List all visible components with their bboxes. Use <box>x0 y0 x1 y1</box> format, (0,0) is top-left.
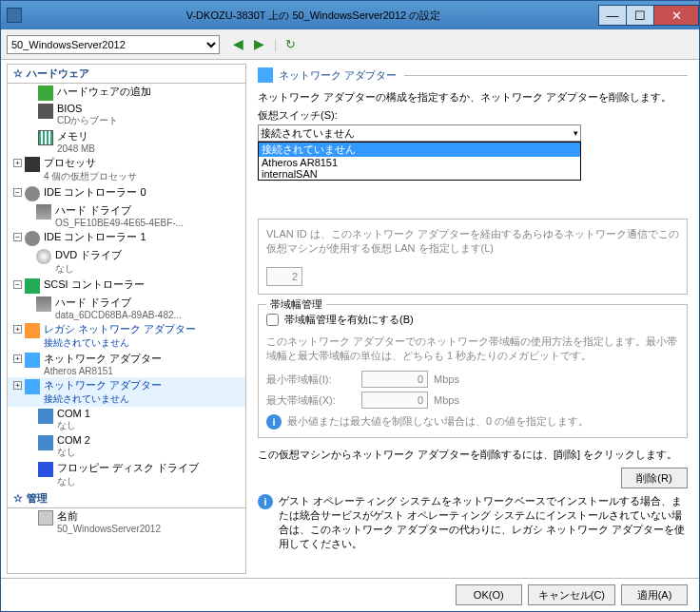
hardware-section-header[interactable]: ☆ ハードウェア <box>8 65 245 84</box>
expand-icon[interactable]: + <box>13 381 22 390</box>
min-bw-input <box>361 371 428 388</box>
collapse-icon[interactable]: − <box>13 280 22 289</box>
vswitch-dropdown[interactable]: 接続されていません Atheros AR8151 internalSAN <box>258 142 581 181</box>
bios-icon <box>38 104 53 119</box>
vswitch-select[interactable]: 接続されていません▾ <box>258 124 581 142</box>
dvd-icon <box>36 249 51 264</box>
legacy-nic-icon <box>25 323 40 338</box>
remove-text: この仮想マシンからネットワーク アダプターを削除するには、[削除] をクリックし… <box>258 448 688 462</box>
vswitch-option[interactable]: Atheros AR8151 <box>259 157 580 168</box>
chevron-down-icon: ▾ <box>574 128 578 138</box>
vlan-id-input <box>266 267 302 286</box>
nav-back-icon[interactable]: ◀ <box>233 36 250 53</box>
bandwidth-desc: このネットワーク アダプターでのネットワーク帯域幅の使用方法を指定します。最小帯… <box>266 335 679 363</box>
max-bw-input <box>361 392 428 409</box>
sidebar-item-com1[interactable]: COM 1なし <box>8 407 245 433</box>
expand-icon[interactable]: + <box>13 325 22 334</box>
serial-port-icon <box>38 409 53 424</box>
hard-drive-icon <box>36 296 51 312</box>
serial-port-icon <box>38 435 53 450</box>
sidebar-item-dvd[interactable]: DVD ドライブなし <box>8 247 245 277</box>
bandwidth-title: 帯域幅管理 <box>266 297 326 312</box>
sidebar-item-scsi[interactable]: −SCSI コントローラー <box>8 277 245 295</box>
window-title: V-DKOZU-3830T 上の 50_WindowsServer2012 の設… <box>28 9 599 23</box>
sidebar-item-add-hardware[interactable]: ハードウェアの追加 <box>8 84 245 102</box>
vlan-desc: VLAN ID は、このネットワーク アダプターを経由するあらゆるネットワーク通… <box>266 227 679 256</box>
bandwidth-checkbox-label: 帯域幅管理を有効にする(B) <box>284 313 414 327</box>
vlan-group: VLAN ID は、このネットワーク アダプターを経由するあらゆるネットワーク通… <box>258 219 688 295</box>
dialog-footer: OK(O) キャンセル(C) 適用(A) <box>1 578 699 611</box>
sidebar-item-nic-disconnected[interactable]: +ネットワーク アダプター接続されていません <box>8 377 245 407</box>
expand-icon[interactable]: + <box>13 354 22 363</box>
maximize-button[interactable]: ☐ <box>626 5 654 26</box>
sidebar-item-name[interactable]: 名前50_WindowsServer2012 <box>8 508 245 535</box>
bandwidth-note: 最小値または最大値を制限しない場合は、0 の値を指定します。 <box>287 414 589 429</box>
collapse-icon[interactable]: − <box>13 233 22 241</box>
name-icon <box>38 510 53 526</box>
sidebar-item-nic-atheros[interactable]: +ネットワーク アダプターAtheros AR8151 <box>8 351 245 377</box>
main-header: ネットワーク アダプター <box>258 67 688 83</box>
app-icon <box>7 8 22 23</box>
ok-button[interactable]: OK(O) <box>456 584 522 605</box>
management-section-header[interactable]: ☆ 管理 <box>8 489 245 508</box>
sidebar-item-com2[interactable]: COM 2なし <box>8 433 245 460</box>
sidebar-item-floppy[interactable]: フロッピー ディスク ドライブなし <box>8 460 245 489</box>
sidebar-item-memory[interactable]: メモリ2048 MB <box>8 128 245 155</box>
toolbar: 50_WindowsServer2012 ◀ ▶ │ ↻ <box>1 29 699 60</box>
remove-button[interactable]: 削除(R) <box>621 468 688 488</box>
vswitch-option[interactable]: 接続されていません <box>259 143 580 157</box>
main-panel: ネットワーク アダプター ネットワーク アダプターの構成を指定するか、ネットワー… <box>246 60 699 578</box>
hard-drive-icon <box>36 204 51 220</box>
ide-icon <box>25 186 40 201</box>
close-button[interactable]: ✕ <box>653 5 699 26</box>
max-bw-label: 最大帯域幅(X): <box>266 393 361 408</box>
nav-forward-icon[interactable]: ▶ <box>254 36 271 53</box>
sidebar-item-hdd1[interactable]: ハード ドライブdata_6DCD68BA-89AB-482... <box>8 295 245 321</box>
sidebar-item-bios[interactable]: BIOSCDからブート <box>8 102 245 128</box>
footer-note: ゲスト オペレーティング システムをネットワークベースでインストールする場合、ま… <box>279 494 688 551</box>
sidebar[interactable]: ☆ ハードウェア ハードウェアの追加 BIOSCDからブート メモリ2048 M… <box>7 64 246 574</box>
minimize-button[interactable]: — <box>598 5 627 26</box>
reload-icon[interactable]: ↻ <box>285 37 296 51</box>
bandwidth-checkbox[interactable] <box>266 314 279 326</box>
info-icon: i <box>258 494 273 509</box>
floppy-icon <box>38 462 53 477</box>
sidebar-item-ide0[interactable]: −IDE コントローラー 0 <box>8 184 245 202</box>
vm-selector[interactable]: 50_WindowsServer2012 <box>7 35 220 54</box>
scsi-icon <box>25 278 40 294</box>
vswitch-option[interactable]: internalSAN <box>259 168 580 180</box>
sidebar-item-ide1[interactable]: −IDE コントローラー 1 <box>8 229 245 247</box>
expand-icon[interactable]: + <box>13 159 22 167</box>
min-bw-label: 最小帯域幅(I): <box>266 373 361 387</box>
ide-icon <box>25 231 40 246</box>
sidebar-item-processor[interactable]: +プロセッサ4 個の仮想プロセッサ <box>8 155 245 184</box>
nic-icon <box>25 379 40 394</box>
sidebar-item-hdd0[interactable]: ハード ドライブOS_FE10BE49-4E65-4EBF-... <box>8 202 245 229</box>
memory-icon <box>38 130 53 145</box>
processor-icon <box>25 157 40 172</box>
add-hardware-icon <box>38 86 53 101</box>
bandwidth-group: 帯域幅管理 帯域幅管理を有効にする(B) このネットワーク アダプターでのネット… <box>258 304 688 438</box>
nic-icon <box>25 353 40 368</box>
sidebar-item-legacy-nic[interactable]: +レガシ ネットワーク アダプター接続されていません <box>8 321 245 351</box>
vswitch-label: 仮想スイッチ(S): <box>258 108 688 123</box>
titlebar[interactable]: V-DKOZU-3830T 上の 50_WindowsServer2012 の設… <box>1 1 699 29</box>
nic-icon <box>258 67 273 83</box>
cancel-button[interactable]: キャンセル(C) <box>528 584 615 605</box>
info-icon: i <box>266 414 282 430</box>
apply-button[interactable]: 適用(A) <box>621 584 688 605</box>
main-description: ネットワーク アダプターの構成を指定するか、ネットワーク アダプターを削除します… <box>258 90 688 105</box>
collapse-icon[interactable]: − <box>13 188 22 197</box>
